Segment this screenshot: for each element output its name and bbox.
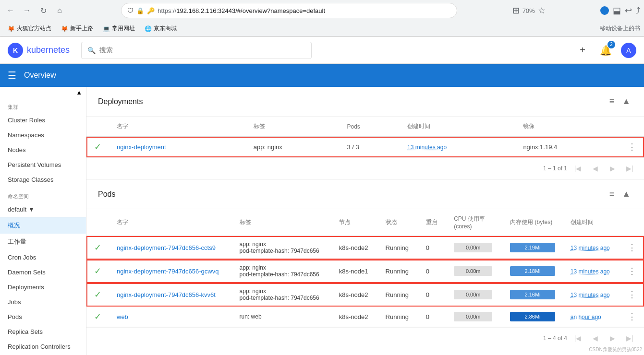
deployment-row-menu[interactable]: ⋮ (620, 137, 644, 157)
pods-col-name: 名字 (109, 209, 232, 236)
sidebar-label-replication-controllers: Replication Controllers (8, 343, 71, 350)
back-button[interactable]: ← (4, 4, 17, 17)
home-button[interactable]: ⌂ (53, 4, 66, 17)
sidebar-item-pods[interactable]: Pods (0, 309, 86, 324)
sidebar-label-daemon-sets: Daemon Sets (8, 269, 46, 276)
pod-time-link-3[interactable]: an hour ago (571, 314, 601, 320)
pod-actions-cell-2[interactable]: ⋮ (620, 283, 644, 307)
sidebar-item-namespaces[interactable]: Namespaces (0, 128, 86, 142)
pods-page-first[interactable]: |◀ (571, 331, 584, 345)
user-avatar[interactable]: A (621, 43, 636, 58)
sidebar-item-jobs[interactable]: Jobs (0, 295, 86, 309)
bookmarks-bar: 🦊 火狐官方站点 🦊 新手上路 💻 常用网址 🌐 京东商城 移动设备上的书 (0, 21, 644, 36)
pod-row-0: ✓nginx-deployment-7947dc656-ccts9app: ng… (86, 236, 644, 260)
star-icon[interactable]: ☆ (538, 5, 546, 16)
pods-collapse-icon[interactable]: ▲ (620, 187, 632, 201)
pods-page-prev[interactable]: ◀ (588, 331, 602, 345)
bookmark-icon-4: 🌐 (145, 25, 152, 32)
address-bar[interactable]: 🛡 🔒 🔑 https://192.168.2.116:32443/#/over… (121, 3, 457, 18)
sidebar-item-storage-classes[interactable]: Storage Classes (0, 172, 86, 187)
pod-time-link-2[interactable]: 13 minutes ago (571, 292, 610, 298)
browser-action-2[interactable]: ⤴ (636, 6, 640, 16)
bookmark-firefox[interactable]: 🦊 火狐官方站点 (4, 24, 55, 34)
pod-name-link-3[interactable]: web (117, 313, 128, 320)
sidebar-item-daemon-sets[interactable]: Daemon Sets (0, 265, 86, 280)
deployments-page-prev[interactable]: ◀ (588, 162, 602, 175)
deployments-col-created: 创建时间 (400, 117, 515, 137)
pod-memory-cell-2: 2.16Mi (502, 283, 562, 307)
up-arrow-icon: ▲ (76, 89, 82, 96)
pod-actions-cell-1[interactable]: ⋮ (620, 260, 644, 283)
sidebar-scroll-up[interactable]: ▲ (0, 87, 86, 98)
sidebar-item-nodes[interactable]: Nodes (0, 142, 86, 157)
extension-icon-1[interactable]: ⬓ (613, 5, 621, 16)
pods-header-row: 名字 标签 节点 状态 重启 CPU 使用率 (cores) 内存使用 (byt… (86, 209, 644, 236)
deployments-page-last[interactable]: ▶| (623, 162, 636, 175)
pod-time-link-1[interactable]: 13 minutes ago (571, 268, 610, 275)
browser-action-1[interactable]: ↩ (625, 5, 632, 16)
pods-col-labels: 标签 (232, 209, 331, 236)
pods-col-restarts: 重启 (418, 209, 447, 236)
pod-created-cell-3: an hour ago (563, 307, 620, 327)
bookmark-new[interactable]: 🦊 新手上路 (57, 24, 97, 34)
search-bar[interactable]: 🔍 搜索 (81, 42, 312, 59)
namespace-selector[interactable]: default ▼ (0, 202, 86, 217)
hamburger-menu[interactable]: ☰ (8, 70, 16, 81)
deployments-title: Deployments (98, 97, 608, 106)
notifications-button[interactable]: 🔔 2 (598, 43, 613, 58)
deployments-collapse-icon[interactable]: ▲ (620, 95, 632, 108)
pod-restarts-cell-0: 0 (418, 236, 447, 260)
pod-actions-cell-3[interactable]: ⋮ (620, 307, 644, 327)
shield-icon: 🛡 (127, 7, 134, 14)
sidebar-item-overview[interactable]: 概况 (0, 217, 86, 234)
namespace-arrow-icon: ▼ (28, 206, 35, 213)
pod-actions-cell-0[interactable]: ⋮ (620, 236, 644, 260)
forward-button[interactable]: → (20, 4, 34, 17)
bookmark-icon-2: 🦊 (61, 25, 68, 32)
pods-filter-icon[interactable]: ≡ (608, 187, 617, 201)
deployments-page-first[interactable]: |◀ (571, 162, 584, 175)
top-nav: ☰ Overview (0, 64, 644, 87)
sidebar-item-cron-jobs[interactable]: Cron Jobs (0, 250, 86, 265)
app-logo[interactable]: K kubernetes (8, 43, 70, 58)
sidebar-label-overview: 概况 (8, 221, 20, 230)
bookmark-jd[interactable]: 🌐 京东商城 (141, 24, 181, 34)
url-port: :32443 (216, 7, 235, 14)
sidebar-item-replication-controllers[interactable]: Replication Controllers (0, 339, 86, 354)
sidebar-item-deployments[interactable]: Deployments (0, 280, 86, 295)
pod-name-link-1[interactable]: nginx-deployment-7947dc656-gcwvq (117, 268, 219, 275)
sidebar-label-namespaces: Namespaces (8, 131, 44, 139)
pods-page-next[interactable]: ▶ (606, 331, 619, 345)
pods-table-container: 名字 标签 节点 状态 重启 CPU 使用率 (cores) 内存使用 (byt… (86, 209, 644, 349)
pod-memory-bar-2: 2.16Mi (510, 290, 555, 299)
notification-badge: 2 (608, 41, 615, 48)
pods-page-last[interactable]: ▶| (623, 331, 636, 345)
deployment-name-cell: nginx-deployment (109, 137, 246, 157)
sidebar-namespace-title: 命名空间 (0, 187, 86, 202)
url-domain: 192.168.2.116 (176, 7, 216, 14)
pod-status-1: ✓ (86, 260, 109, 283)
sidebar-item-persistent-volumes[interactable]: Persistent Volumes (0, 157, 86, 172)
pods-pagination-text: 1 – 4 of 4 (543, 335, 567, 342)
add-button[interactable]: + (575, 43, 590, 58)
pod-name-link-0[interactable]: nginx-deployment-7947dc656-ccts9 (117, 244, 216, 251)
pod-row-1: ✓nginx-deployment-7947dc656-gcwvqapp: ng… (86, 260, 644, 283)
sidebar-item-replica-sets[interactable]: Replica Sets (0, 324, 86, 339)
sidebar-item-cluster-roles[interactable]: Cluster Roles (0, 113, 86, 128)
deployments-filter-icon[interactable]: ≡ (608, 95, 617, 108)
deployment-time-link[interactable]: 13 minutes ago (407, 144, 447, 151)
pod-cpu-cell-2: 0.00m (446, 283, 502, 307)
deployments-page-next[interactable]: ▶ (606, 162, 619, 175)
lock-icon: 🔒 (136, 7, 144, 14)
deployments-col-empty (86, 117, 109, 137)
bookmark-common[interactable]: 💻 常用网址 (99, 24, 139, 34)
bookmark-icon-3: 💻 (103, 25, 110, 32)
deployment-name-link[interactable]: nginx-deployment (117, 143, 166, 151)
bookmark-icon-1: 🦊 (8, 25, 15, 32)
pod-time-link-0[interactable]: 13 minutes ago (571, 245, 610, 251)
deployments-section-header: Deployments ≡ ▲ (86, 87, 644, 117)
pod-name-link-2[interactable]: nginx-deployment-7947dc656-kvv6t (117, 291, 216, 298)
bookmark-label-1: 火狐官方站点 (17, 24, 51, 33)
reload-button[interactable]: ↻ (36, 4, 50, 17)
extensions-icon[interactable]: ⊞ (512, 5, 520, 16)
